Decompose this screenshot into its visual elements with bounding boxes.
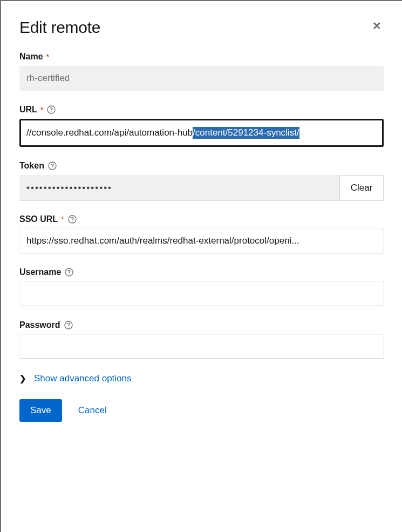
close-button[interactable]: ✕ <box>370 18 384 33</box>
clear-token-button[interactable]: Clear <box>339 175 384 200</box>
name-input[interactable]: rh-certified <box>19 66 384 91</box>
required-marker: * <box>40 106 43 113</box>
svg-point-3 <box>52 167 52 168</box>
label-row: Name * <box>19 52 384 62</box>
sso-url-label: SSO URL <box>19 214 58 224</box>
cancel-label: Cancel <box>78 405 107 415</box>
save-button[interactable]: Save <box>19 399 62 422</box>
edit-remote-dialog: Edit remote ✕ Name * rh-certified URL * <box>0 0 402 532</box>
label-row: Token <box>19 161 384 171</box>
svg-point-5 <box>72 221 72 221</box>
dialog-header: Edit remote ✕ <box>19 18 384 37</box>
name-label: Name <box>19 52 43 62</box>
svg-point-1 <box>51 111 52 112</box>
required-marker: * <box>61 216 64 223</box>
svg-point-7 <box>69 274 70 274</box>
username-input[interactable] <box>19 281 384 306</box>
token-label: Token <box>19 161 44 171</box>
url-value-selected: /content/5291234-synclist/ <box>193 127 299 139</box>
url-value-prefix: //console.redhat.com/api/automation-hub <box>26 127 193 138</box>
cancel-button[interactable]: Cancel <box>78 405 107 416</box>
username-label: Username <box>19 267 61 277</box>
sso-url-input[interactable]: https://sso.redhat.com/auth/realms/redha… <box>19 228 384 253</box>
token-masked-value: •••••••••••••••••••• <box>26 183 112 193</box>
advanced-toggle-label: Show advanced options <box>34 373 132 384</box>
dialog-actions: Save Cancel <box>19 399 384 422</box>
label-row: URL * <box>19 105 384 115</box>
field-password: Password <box>19 320 384 359</box>
sso-url-value: https://sso.redhat.com/auth/realms/redha… <box>26 235 299 246</box>
token-input[interactable]: •••••••••••••••••••• <box>19 175 339 200</box>
url-input[interactable]: //console.redhat.com/api/automation-hub/… <box>19 119 384 147</box>
save-label: Save <box>30 405 51 415</box>
field-url: URL * //console.redhat.com/api/automatio… <box>19 105 384 147</box>
password-label: Password <box>19 320 60 330</box>
field-sso-url: SSO URL * https://sso.redhat.com/auth/re… <box>19 214 384 253</box>
password-input[interactable] <box>19 334 384 359</box>
close-icon: ✕ <box>372 20 381 32</box>
name-value: rh-certified <box>26 73 70 84</box>
label-row: Username <box>19 267 384 277</box>
svg-point-9 <box>68 327 69 327</box>
label-row: SSO URL * <box>19 214 384 224</box>
help-icon[interactable] <box>64 267 74 277</box>
chevron-right-icon: ❯ <box>19 374 26 383</box>
advanced-toggle[interactable]: ❯ Show advanced options <box>19 373 384 384</box>
clear-label: Clear <box>351 183 373 193</box>
field-name: Name * rh-certified <box>19 52 384 91</box>
help-icon[interactable] <box>67 214 77 224</box>
dialog-title: Edit remote <box>19 18 100 37</box>
field-username: Username <box>19 267 384 306</box>
label-row: Password <box>19 320 384 330</box>
url-label: URL <box>19 105 37 115</box>
field-token: Token •••••••••••••••••••• Clear <box>19 161 384 200</box>
help-icon[interactable] <box>46 105 56 115</box>
help-icon[interactable] <box>64 320 73 330</box>
token-row: •••••••••••••••••••• Clear <box>19 175 384 200</box>
required-marker: * <box>46 53 49 60</box>
help-icon[interactable] <box>47 161 57 171</box>
